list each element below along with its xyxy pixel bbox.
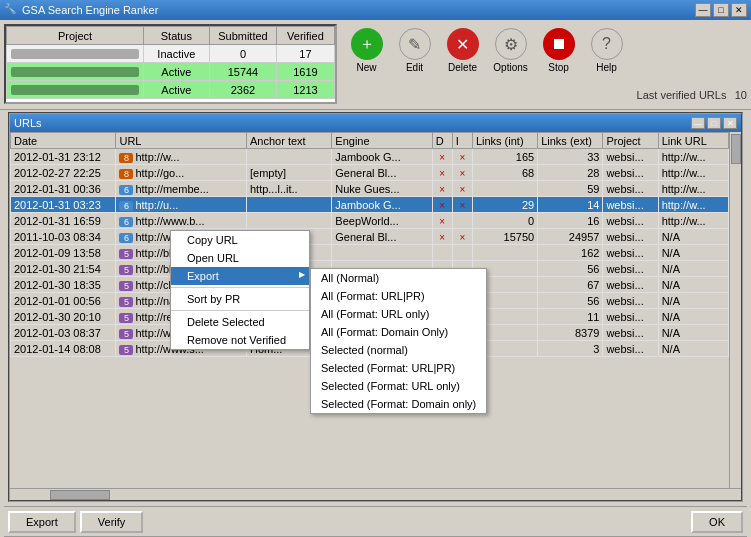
new-button[interactable]: ＋ New [345,28,389,73]
export-submenu-item[interactable]: All (Format: URL only) [311,305,486,323]
delete-button[interactable]: ✕ Delete [441,28,485,73]
export-submenu-item[interactable]: All (Format: Domain Only) [311,323,486,341]
anchor-cell [246,149,331,165]
project-cell: websi... [603,325,658,341]
linkurl-cell: http://w... [658,181,728,197]
ctx-delete-selected[interactable]: Delete Selected [171,313,309,331]
export-submenu-item[interactable]: Selected (Format: URL only) [311,377,486,395]
linkurl-cell: http://w... [658,213,728,229]
table-row[interactable]: Active 2362 1213 [7,81,335,99]
project-cell: websi... [603,181,658,197]
table-row[interactable]: 2012-01-31 03:23 6http://u... Jambook G.… [11,197,729,213]
date-cell: 2012-01-01 00:56 [11,293,116,309]
linkurl-cell: http://w... [658,197,728,213]
new-icon: ＋ [351,28,383,60]
ok-button[interactable]: OK [691,511,743,533]
table-row[interactable]: Inactive 0 17 [7,45,335,63]
verified-cell: 1213 [277,81,334,99]
table-row[interactable]: 2012-01-31 00:36 6http://membe... http..… [11,181,729,197]
ctx-open-url[interactable]: Open URL [171,249,309,267]
linksext-cell: 56 [538,293,603,309]
urls-minimize-button[interactable]: — [691,117,705,129]
date-cell: 2012-01-30 18:35 [11,277,116,293]
th-linksint[interactable]: Links (int) [472,133,537,149]
export-button[interactable]: Export [8,511,76,533]
i-cell [452,245,472,261]
window-controls: — □ ✕ [695,3,747,17]
linksext-cell: 162 [538,245,603,261]
table-row[interactable]: 2012-01-31 16:59 6http://www.b... BeepWo… [11,213,729,229]
stop-button[interactable]: ⏹ Stop [537,28,581,73]
project-cell: websi... [603,229,658,245]
linksext-cell: 8379 [538,325,603,341]
ctx-sort-pr[interactable]: Sort by PR [171,290,309,308]
export-submenu-item[interactable]: All (Normal) [311,269,486,287]
urls-panel-title: URLs [14,117,691,129]
url-cell: 8http://w... [116,149,247,165]
th-d[interactable]: D [432,133,452,149]
close-button[interactable]: ✕ [731,3,747,17]
export-submenu-item[interactable]: Selected (normal) [311,341,486,359]
toolbar-buttons: ＋ New ✎ Edit ✕ Delete ⚙ Options ⏹ Stop ?… [337,24,637,77]
ctx-copy-url[interactable]: Copy URL [171,231,309,249]
table-row[interactable]: 2012-01-31 23:12 8http://w... Jambook G.… [11,149,729,165]
i-cell: × [452,149,472,165]
status-cell: Inactive [144,45,209,63]
horizontal-scrollbar[interactable] [10,488,741,500]
linkurl-cell: N/A [658,341,728,357]
vertical-scrollbar[interactable] [729,132,741,488]
project-name-cell [7,81,144,99]
th-i[interactable]: I [452,133,472,149]
col-header-project: Project [7,27,144,45]
urls-close-button[interactable]: ✕ [723,117,737,129]
date-cell: 2011-10-03 08:34 [11,229,116,245]
ctx-export[interactable]: Export [171,267,309,285]
ctx-separator [171,287,309,288]
delete-icon: ✕ [447,28,479,60]
project-cell: websi... [603,293,658,309]
th-linksext[interactable]: Links (ext) [538,133,603,149]
ctx-remove-not-verified[interactable]: Remove not Verified [171,331,309,349]
project-cell: websi... [603,341,658,357]
table-row[interactable]: Active 15744 1619 [7,63,335,81]
col-header-submitted: Submitted [209,27,277,45]
help-button[interactable]: ? Help [585,28,629,73]
project-cell: websi... [603,213,658,229]
date-cell: 2012-01-31 03:23 [11,197,116,213]
linkurl-cell: N/A [658,245,728,261]
th-url[interactable]: URL [116,133,247,149]
th-anchor[interactable]: Anchor text [246,133,331,149]
table-row[interactable]: 2012-01-09 13:58 5http://blog.se... 162 … [11,245,729,261]
export-submenu-item[interactable]: Selected (Format: Domain only) [311,395,486,413]
maximize-button[interactable]: □ [713,3,729,17]
new-label: New [357,62,377,73]
table-row[interactable]: 2012-02-27 22:25 8http://go... [empty] G… [11,165,729,181]
date-cell: 2012-01-14 08:08 [11,341,116,357]
table-row[interactable]: 2011-10-03 08:34 6http://www.fr... Gener… [11,229,729,245]
bottom-bar: Export Verify OK [4,506,747,536]
th-project[interactable]: Project [603,133,658,149]
h-scrollbar-thumb[interactable] [50,490,110,500]
engine-cell: BeepWorld... [332,213,432,229]
urls-controls: — □ ✕ [691,117,737,129]
engine-cell: Jambook G... [332,149,432,165]
verify-button[interactable]: Verify [80,511,144,533]
minimize-button[interactable]: — [695,3,711,17]
i-cell: × [452,229,472,245]
export-submenu-item[interactable]: Selected (Format: URL|PR) [311,359,486,377]
th-date[interactable]: Date [11,133,116,149]
th-engine[interactable]: Engine [332,133,432,149]
scrollbar-thumb[interactable] [731,134,741,164]
ctx-separator2 [171,310,309,311]
edit-button[interactable]: ✎ Edit [393,28,437,73]
project-cell: websi... [603,165,658,181]
th-linkurl[interactable]: Link URL [658,133,728,149]
d-cell: × [432,181,452,197]
verified-cell: 1619 [277,63,334,81]
linkurl-cell: http://w... [658,165,728,181]
urls-maximize-button[interactable]: □ [707,117,721,129]
export-submenu-item[interactable]: All (Format: URL|PR) [311,287,486,305]
url-cell: 6http://www.b... [116,213,247,229]
date-cell: 2012-01-31 23:12 [11,149,116,165]
options-button[interactable]: ⚙ Options [489,28,533,73]
